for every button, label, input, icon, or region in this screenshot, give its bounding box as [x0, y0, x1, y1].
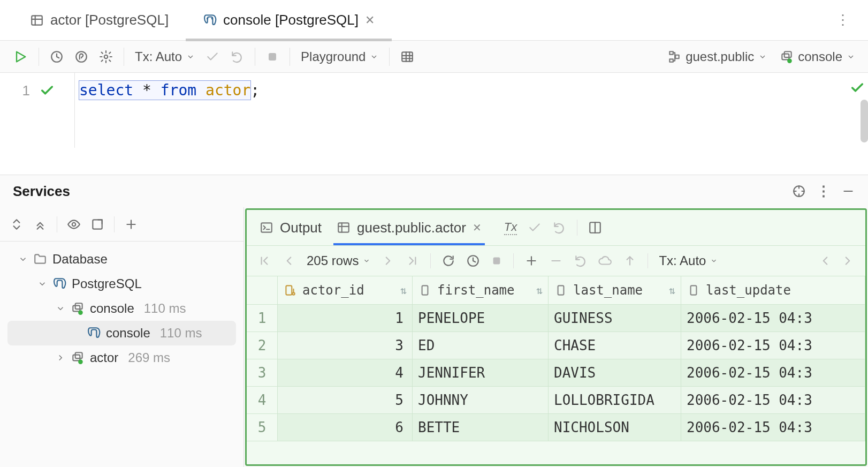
cell-first-name[interactable]: JENNIFER — [413, 359, 549, 387]
table-row[interactable]: 1 1 PENELOPE GUINESS 2006-02-15 04:3 — [247, 305, 865, 332]
open-new-tab-icon[interactable] — [90, 215, 104, 234]
next-page-icon[interactable] — [381, 251, 395, 270]
services-tree-panel: Database PostgreSQL console 110 ms — [0, 207, 244, 467]
session-selector[interactable]: console — [780, 49, 855, 64]
tabs-overflow-menu[interactable]: ⋮ — [836, 12, 855, 28]
last-page-icon[interactable] — [406, 251, 420, 270]
svg-point-27 — [72, 222, 76, 226]
sql-editor[interactable]: 1 select * from actor; — [0, 73, 868, 148]
cell-actor-id[interactable]: 1 — [278, 305, 413, 332]
cell-actor-id[interactable]: 4 — [278, 359, 413, 387]
tx-mode-dropdown[interactable]: Tx: Auto — [135, 49, 195, 64]
chevron-down-icon — [37, 279, 47, 289]
column-header-last-update[interactable]: last_update — [681, 276, 865, 304]
cell-actor-id[interactable]: 3 — [278, 332, 413, 359]
sort-icon[interactable]: ⇅ — [536, 284, 543, 297]
sort-icon[interactable]: ⇅ — [400, 284, 407, 297]
panel-menu-icon[interactable]: ⋮ — [817, 182, 831, 201]
cell-actor-id[interactable]: 5 — [278, 387, 413, 414]
gutter-run-status-icon[interactable] — [40, 83, 55, 98]
upload-icon[interactable] — [623, 251, 637, 270]
results-tab-actor[interactable]: guest.public.actor ✕ — [337, 210, 482, 245]
close-icon[interactable]: ✕ — [365, 13, 375, 27]
cell-first-name[interactable]: ED — [413, 332, 549, 359]
svg-point-4 — [212, 18, 212, 19]
stop-icon[interactable] — [266, 47, 279, 66]
column-header-actor-id[interactable]: actor_id⇅ — [278, 276, 413, 304]
add-row-icon[interactable] — [524, 251, 538, 270]
scroll-right-icon[interactable] — [841, 251, 855, 270]
rollback-icon[interactable] — [552, 218, 566, 237]
services-tree[interactable]: Database PostgreSQL console 110 ms — [0, 242, 243, 467]
tab-actor[interactable]: actor [PostgreSQL] — [13, 0, 186, 41]
cell-first-name[interactable]: PENELOPE — [413, 305, 549, 332]
playground-dropdown[interactable]: Playground — [301, 49, 378, 64]
commit-icon[interactable] — [528, 218, 542, 237]
results-grid[interactable]: actor_id⇅ first_name⇅ last_name⇅ last_up… — [247, 276, 865, 464]
svg-rect-16 — [670, 59, 674, 62]
column-header-first-name[interactable]: first_name⇅ — [413, 276, 549, 304]
cell-last-name[interactable]: LOLLOBRIGIDA — [549, 387, 681, 414]
cell-last-name[interactable]: CHASE — [549, 332, 681, 359]
tree-node-session-console[interactable]: console 110 ms — [0, 296, 243, 321]
first-page-icon[interactable] — [257, 251, 271, 270]
show-hide-icon[interactable] — [67, 215, 81, 234]
tree-node-postgresql[interactable]: PostgreSQL — [0, 272, 243, 296]
layout-icon[interactable] — [588, 218, 602, 237]
cell-last-update[interactable]: 2006-02-15 04:3 — [681, 305, 865, 332]
table-view-icon[interactable] — [400, 47, 414, 66]
tree-node-console-result[interactable]: console 110 ms — [7, 321, 236, 345]
commit-icon[interactable] — [205, 47, 219, 66]
cell-actor-id[interactable]: 6 — [278, 414, 413, 441]
scroll-left-icon[interactable] — [818, 251, 832, 270]
row-number: 2 — [247, 332, 278, 359]
tree-node-actor-result[interactable]: actor 269 ms — [0, 345, 243, 370]
cloud-icon[interactable] — [598, 251, 612, 270]
sort-icon[interactable]: ⇅ — [669, 284, 675, 297]
code-area[interactable]: select * from actor; — [75, 73, 868, 148]
stop-icon[interactable] — [491, 251, 502, 270]
cell-last-update[interactable]: 2006-02-15 04:3 — [681, 387, 865, 414]
results-tx-dropdown[interactable]: Tx: Auto — [659, 253, 718, 268]
svg-rect-10 — [402, 52, 413, 61]
cell-last-update[interactable]: 2006-02-15 04:3 — [681, 414, 865, 441]
column-label: first_name — [437, 283, 515, 298]
row-count-dropdown[interactable]: 205 rows — [307, 253, 370, 268]
rollback-icon[interactable] — [230, 47, 244, 66]
tree-node-database[interactable]: Database — [0, 247, 243, 272]
schema-selector[interactable]: guest.public — [667, 49, 767, 64]
column-header-last-name[interactable]: last_name⇅ — [549, 276, 681, 304]
cell-first-name[interactable]: JOHNNY — [413, 387, 549, 414]
cell-last-update[interactable]: 2006-02-15 04:3 — [681, 332, 865, 359]
tab-console[interactable]: console [PostgreSQL] ✕ — [186, 0, 392, 41]
history-icon[interactable] — [466, 251, 480, 270]
reload-icon[interactable] — [441, 251, 455, 270]
svg-marker-5 — [17, 51, 25, 62]
table-row[interactable]: 3 4 JENNIFER DAVIS 2006-02-15 04:3 — [247, 359, 865, 387]
run-icon[interactable] — [13, 47, 28, 66]
add-icon[interactable] — [124, 215, 138, 234]
table-row[interactable]: 5 6 BETTE NICHOLSON 2006-02-15 04:3 — [247, 414, 865, 441]
prev-page-icon[interactable] — [282, 251, 296, 270]
explain-plan-icon[interactable] — [74, 47, 88, 66]
cell-last-name[interactable]: GUINESS — [549, 305, 681, 332]
collapse-all-icon[interactable] — [33, 215, 47, 234]
remove-row-icon[interactable] — [549, 251, 563, 270]
inspection-ok-icon[interactable] — [850, 80, 865, 95]
editor-scrollbar[interactable] — [861, 100, 868, 142]
minimize-icon[interactable] — [841, 182, 855, 201]
cell-last-update[interactable]: 2006-02-15 04:3 — [681, 359, 865, 387]
close-icon[interactable]: ✕ — [473, 221, 482, 234]
settings-icon[interactable] — [99, 47, 113, 66]
history-icon[interactable] — [50, 47, 64, 66]
target-icon[interactable] — [792, 182, 806, 201]
cell-last-name[interactable]: NICHOLSON — [549, 414, 681, 441]
table-row[interactable]: 2 3 ED CHASE 2006-02-15 04:3 — [247, 332, 865, 359]
revert-icon[interactable] — [574, 251, 588, 270]
cell-first-name[interactable]: BETTE — [413, 414, 549, 441]
cell-last-name[interactable]: DAVIS — [549, 359, 681, 387]
table-row[interactable]: 4 5 JOHNNY LOLLOBRIGIDA 2006-02-15 04:3 — [247, 387, 865, 414]
results-tab-output[interactable]: Output — [260, 210, 322, 245]
chevron-down-icon — [18, 254, 28, 264]
expand-collapse-icon[interactable] — [10, 215, 24, 234]
